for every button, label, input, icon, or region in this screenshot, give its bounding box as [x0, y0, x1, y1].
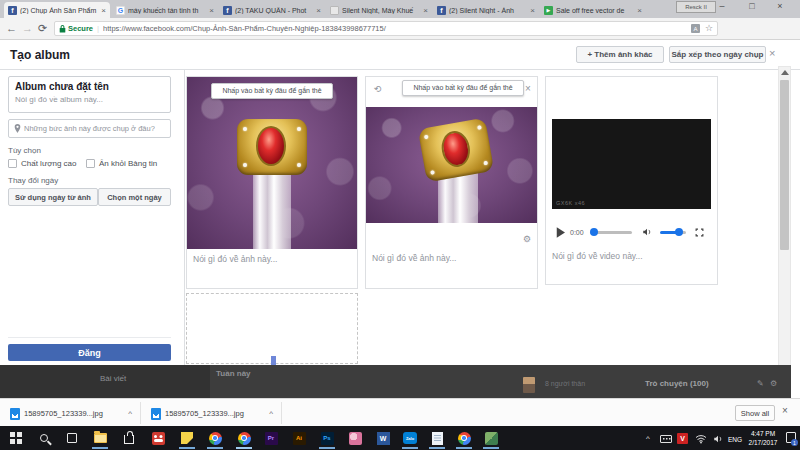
shelf-close-icon[interactable]: ×	[782, 405, 788, 416]
show-all-downloads-button[interactable]: Show all	[735, 405, 775, 421]
speaker-icon[interactable]	[713, 434, 723, 444]
photo-2[interactable]	[366, 107, 537, 223]
seek-slider[interactable]	[590, 231, 632, 234]
tab-facebook-album[interactable]: f (2) Chụp Ảnh Sản Phẩm ×	[4, 2, 110, 18]
tab-close-icon[interactable]: ×	[530, 6, 535, 15]
chrome-icon	[458, 432, 471, 445]
file-explorer-button[interactable]	[93, 431, 107, 445]
image-file-icon	[10, 408, 20, 420]
unikey-icon[interactable]: V	[677, 433, 688, 444]
volume-handle[interactable]	[675, 228, 683, 236]
tab-close-icon[interactable]: ×	[637, 6, 642, 15]
sticky-notes-button[interactable]	[180, 431, 194, 445]
divider	[281, 402, 282, 424]
volume-slider[interactable]	[660, 231, 686, 234]
facebook-icon: f	[437, 6, 446, 15]
tray-chevron-icon[interactable]: ^	[646, 434, 650, 443]
photo-caption-input[interactable]: Nói gì đó về ảnh này...	[193, 254, 351, 264]
illustrator-button[interactable]: Ai	[292, 431, 306, 445]
seek-handle[interactable]	[590, 228, 598, 236]
start-button[interactable]	[9, 431, 23, 445]
tag-settings-icon[interactable]: ⚙	[523, 235, 531, 244]
scrollbar-up-arrow[interactable]	[781, 70, 789, 75]
word-button[interactable]: W	[376, 431, 390, 445]
play-icon[interactable]	[556, 227, 565, 238]
download-menu-icon[interactable]: ^	[269, 409, 273, 418]
premiere-button[interactable]: Pr	[264, 431, 278, 445]
clock-time[interactable]: 4:47 PM	[740, 431, 786, 438]
divider	[140, 402, 141, 424]
sort-by-date-button[interactable]: Sắp xếp theo ngày chụp	[669, 46, 766, 63]
tab-google-search[interactable]: G máy khuếch tán tinh th ×	[112, 2, 218, 18]
notepad-button[interactable]	[430, 431, 444, 445]
chrome-button[interactable]	[208, 431, 222, 445]
forward-button[interactable]: →	[22, 21, 33, 36]
tab-silent-night-fb[interactable]: f (2) Silent Night - Ánh ×	[433, 2, 539, 18]
fullscreen-icon[interactable]	[695, 228, 704, 237]
video-controls: 0:00	[552, 223, 711, 241]
people-app-icon	[152, 432, 165, 445]
window-restore-button[interactable]: □	[744, 1, 760, 11]
url-text: https://www.facebook.com/Chụp-Ảnh-Sản-Ph…	[103, 24, 686, 33]
task-view-button[interactable]	[65, 431, 79, 445]
use-photo-date-button[interactable]: Sử dụng ngày từ ảnh	[8, 188, 98, 206]
tab-taku-quan[interactable]: f (2) TAKU QUÂN - Phot ×	[219, 2, 325, 18]
back-button[interactable]: ←	[6, 21, 17, 36]
store-button[interactable]	[122, 431, 136, 445]
chat-bar-label: Trò chuyện (100)	[645, 379, 709, 388]
tab-close-icon[interactable]: ×	[101, 6, 106, 15]
facebook-icon: f	[223, 6, 232, 15]
address-bar[interactable]: Secure | https://www.facebook.com/Chụp-Ả…	[54, 21, 718, 36]
photoshop-button[interactable]: Ps	[320, 431, 334, 445]
add-photos-button[interactable]: + Thêm ảnh khác	[576, 46, 664, 63]
download-menu-icon[interactable]: ^	[128, 409, 132, 418]
reload-button[interactable]: ⟳	[38, 21, 47, 36]
post-button[interactable]: Đăng	[8, 344, 171, 361]
add-photo-drop-zone[interactable]	[186, 293, 358, 364]
video-preview[interactable]: GX6K x46	[552, 119, 711, 209]
location-input[interactable]: Những bức ảnh này được chụp ở đâu?	[8, 119, 171, 138]
modal-close-icon[interactable]: ×	[769, 47, 775, 59]
rotate-icon[interactable]: ⟲	[374, 85, 382, 94]
posts-label: Bài viết	[100, 374, 126, 383]
open-indicator	[92, 447, 108, 449]
people-app-button[interactable]	[151, 431, 165, 445]
touch-keyboard-icon[interactable]	[660, 435, 672, 443]
album-name-input[interactable]: Album chưa đặt tên Nói gì đó về album nà…	[8, 76, 171, 113]
bookmark-star-icon[interactable]: ☆	[705, 24, 713, 33]
tab-close-icon[interactable]: ×	[423, 6, 428, 15]
video-caption-input[interactable]: Nói gì đó về video này...	[552, 251, 711, 261]
taskbar-search-button[interactable]	[37, 431, 51, 445]
tab-silent-night-page[interactable]: Silent Night, Máy Khuế ×	[326, 2, 432, 18]
chat-friend-text: 8 người thân	[545, 380, 585, 387]
download-item[interactable]: 15895705_123339...jpg ^	[147, 404, 277, 423]
tag-hint-tooltip: Nhấp vào bất kỳ đâu để gắn thẻ	[402, 80, 524, 96]
screen: f (2) Chụp Ảnh Sản Phẩm × G máy khuếch t…	[0, 0, 800, 450]
clock-date[interactable]: 2/17/2017	[740, 440, 786, 447]
high-quality-checkbox[interactable]	[8, 159, 17, 168]
green-app-icon	[485, 432, 498, 445]
zalo-button[interactable]: Zalo	[403, 431, 417, 445]
volume-icon[interactable]	[642, 227, 652, 237]
green-app-button[interactable]	[484, 431, 498, 445]
tab-close-icon[interactable]: ×	[316, 6, 321, 15]
hide-from-feed-checkbox[interactable]	[86, 159, 95, 168]
photo-caption-input[interactable]: Nói gì đó về ảnh này...	[372, 253, 531, 263]
photo-card-1: Nhấp vào bất kỳ đâu để gắn thẻ Nói gì đó…	[186, 76, 358, 289]
tab-close-icon[interactable]: ×	[209, 6, 214, 15]
pick-date-button[interactable]: Chọn một ngày	[98, 188, 171, 206]
image-file-icon	[151, 408, 161, 420]
download-item[interactable]: 15895705_123339...jpg ^	[6, 404, 136, 423]
window-minimize-button[interactable]: –	[714, 1, 730, 11]
translate-icon[interactable]: A	[691, 24, 700, 33]
tab-vector-sale[interactable]: ▶ Sale off free vector de ×	[540, 2, 646, 18]
remove-photo-icon[interactable]: ×	[525, 84, 531, 94]
window-close-button[interactable]: ×	[772, 1, 788, 11]
pink-app-button[interactable]	[348, 431, 362, 445]
photo-1[interactable]: Nhấp vào bất kỳ đâu để gắn thẻ	[187, 77, 357, 249]
scrollbar-thumb[interactable]	[780, 80, 789, 250]
chrome-active-button[interactable]	[237, 431, 251, 445]
chrome2-button[interactable]	[457, 431, 471, 445]
wifi-icon[interactable]	[695, 434, 707, 444]
change-date-label: Thay đổi ngày	[8, 176, 58, 185]
